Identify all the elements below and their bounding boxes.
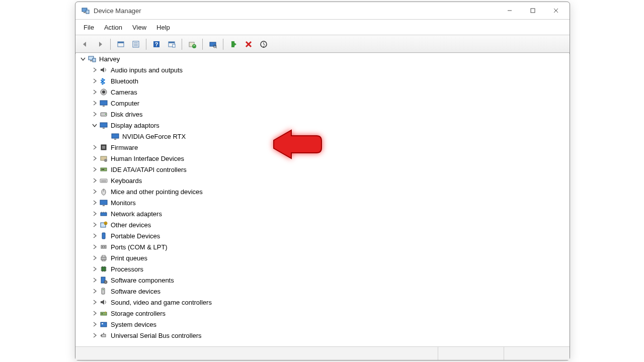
expand-icon[interactable] [79, 56, 86, 62]
expand-icon[interactable] [91, 89, 98, 96]
titlebar[interactable]: Device Manager [75, 2, 570, 20]
expand-icon[interactable] [91, 288, 98, 295]
tree-item[interactable]: Ports (COM & LPT) [76, 241, 569, 252]
expand-icon[interactable] [91, 78, 98, 84]
tree-item[interactable]: Firmware [76, 142, 569, 153]
svg-rect-8 [118, 42, 124, 43]
tree-item[interactable]: Computer [76, 98, 569, 109]
tree-child[interactable]: NVIDIA GeForce RTX [76, 131, 569, 142]
minimize-button[interactable] [498, 3, 521, 18]
tree-item-label: Bluetooth [111, 77, 138, 85]
tree-item-label: Portable Devices [111, 232, 160, 240]
tree-item-label: Display adaptors [111, 122, 159, 129]
expand-icon[interactable] [91, 177, 98, 184]
properties-button[interactable] [129, 37, 143, 51]
tree-item-label: Monitors [111, 199, 136, 207]
portable-icon [100, 232, 108, 240]
keyboard-icon [100, 176, 108, 185]
expand-icon[interactable] [91, 277, 98, 284]
menu-help[interactable]: Help [151, 22, 175, 33]
scan-hardware-button[interactable] [206, 37, 220, 51]
disk-icon [100, 110, 108, 118]
computer-button[interactable] [165, 37, 179, 51]
expand-icon[interactable] [91, 200, 98, 206]
show-hidden-button[interactable] [114, 37, 128, 51]
ide-icon [100, 165, 108, 173]
menu-view[interactable]: View [127, 22, 151, 33]
expand-icon[interactable] [91, 122, 98, 129]
expand-icon[interactable] [91, 332, 98, 339]
tree-item[interactable]: Print queues [76, 252, 569, 263]
tree-item[interactable]: Bluetooth [76, 75, 569, 86]
tree-item[interactable]: Universal Serial Bus controllers [76, 330, 569, 341]
tree-item-label: Computer [111, 100, 139, 107]
uninstall-button[interactable] [257, 37, 271, 51]
svg-text:?: ? [155, 41, 158, 47]
port-icon [100, 243, 108, 251]
expand-icon[interactable] [91, 244, 98, 250]
svg-line-22 [216, 47, 217, 48]
disable-button[interactable] [242, 37, 256, 51]
bluetooth-icon [100, 77, 108, 85]
device-tree[interactable]: Harvey Audio inputs and outputs Bluetoot… [76, 53, 569, 345]
tree-item-label: Storage controllers [111, 310, 166, 317]
statusbar [75, 346, 570, 360]
expand-icon[interactable] [91, 255, 98, 261]
window-title: Device Manager [94, 7, 141, 15]
tree-item[interactable]: Storage controllers [76, 308, 569, 319]
expand-icon[interactable] [91, 111, 98, 118]
tree-item[interactable]: Monitors [76, 197, 569, 208]
tree-item[interactable]: Software devices [76, 286, 569, 297]
toolbar-separator [182, 39, 182, 50]
maximize-button[interactable] [521, 3, 544, 18]
tree-item-label: Audio inputs and outputs [111, 66, 183, 74]
expand-icon[interactable] [91, 211, 98, 217]
expand-icon[interactable] [91, 266, 98, 273]
help-button[interactable]: ? [149, 37, 164, 51]
network-icon [100, 210, 108, 218]
menu-file[interactable]: File [78, 22, 99, 33]
expand-icon[interactable] [91, 100, 98, 107]
tree-item[interactable]: Keyboards [76, 175, 569, 186]
tree-item[interactable]: Display adaptors [76, 120, 569, 131]
tree-item-label: Cameras [111, 88, 137, 96]
tree-item-label: Ports (COM & LPT) [111, 243, 168, 251]
forward-button[interactable] [93, 37, 107, 51]
tree-item-label: Software components [111, 277, 174, 284]
expand-icon[interactable] [91, 222, 98, 228]
expand-icon[interactable] [91, 155, 98, 162]
expand-icon[interactable] [91, 310, 98, 317]
expand-icon[interactable] [91, 166, 98, 173]
update-driver-button[interactable] [185, 37, 199, 51]
tree-item[interactable]: Network adapters [76, 208, 569, 219]
tree-item[interactable]: Other devices [76, 219, 569, 230]
expand-icon[interactable] [91, 299, 98, 306]
tree-root[interactable]: Harvey [76, 53, 569, 64]
expand-icon[interactable] [91, 67, 98, 73]
tree-item[interactable]: Disk drives [76, 109, 569, 120]
menu-action[interactable]: Action [99, 22, 127, 33]
tree-item[interactable]: Sound, video and game controllers [76, 297, 569, 308]
expand-icon[interactable] [91, 233, 98, 239]
back-button[interactable] [78, 37, 92, 51]
tree-item[interactable]: System devices [76, 319, 569, 330]
tree-item[interactable]: Software components [76, 275, 569, 286]
expand-icon[interactable] [91, 321, 98, 328]
expand-icon[interactable] [91, 144, 98, 151]
tree-item[interactable]: Processors [76, 263, 569, 275]
tree-item[interactable]: Portable Devices [76, 230, 569, 241]
app-icon [82, 7, 90, 15]
tree-item[interactable]: Audio inputs and outputs [76, 64, 569, 75]
tree-item[interactable]: Human Interface Devices [76, 153, 569, 164]
tree-item[interactable]: Mice and other pointing devices [76, 186, 569, 197]
tree-item[interactable]: Cameras [76, 86, 569, 98]
monitor-icon [111, 132, 119, 140]
toolbar-separator [223, 39, 223, 50]
tree-item[interactable]: IDE ATA/ATAPI controllers [76, 164, 569, 175]
toolbar-separator [146, 39, 146, 50]
tree-item-label: Firmware [111, 144, 138, 151]
other-icon [100, 221, 108, 229]
close-button[interactable] [544, 3, 568, 18]
expand-icon[interactable] [91, 189, 98, 195]
enable-button[interactable] [226, 37, 240, 51]
